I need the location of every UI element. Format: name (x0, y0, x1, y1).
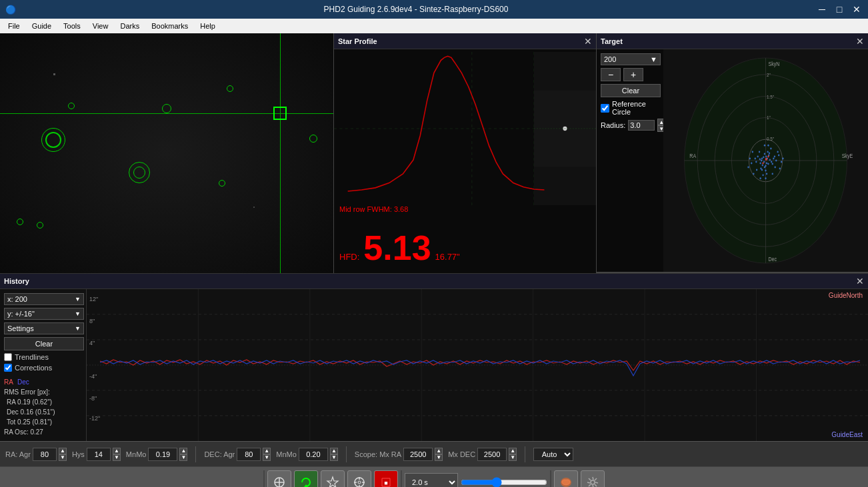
svg-point-38 (759, 159, 761, 161)
corrections-checkbox[interactable] (4, 364, 12, 372)
dec-mnmo-down[interactable]: ▼ (330, 454, 338, 461)
svg-point-47 (761, 169, 763, 171)
mx-dec-input[interactable] (477, 448, 507, 461)
target-minus-button[interactable]: − (601, 68, 621, 81)
x-scale-select[interactable]: x: 200 ▼ (4, 293, 84, 305)
star-find-button[interactable] (321, 470, 345, 488)
menu-tools[interactable]: Tools (58, 21, 86, 31)
svg-point-57 (751, 162, 752, 164)
camera-view[interactable] (0, 33, 333, 273)
trendlines-checkbox[interactable] (4, 353, 12, 361)
history-clear-button[interactable]: Clear (4, 337, 84, 350)
stop-button[interactable]: ■ (374, 470, 398, 488)
ra-agr-up[interactable]: ▲ (59, 448, 67, 454)
dec-indicator: Dec (17, 377, 29, 387)
svg-point-39 (771, 161, 772, 163)
ra-mnmo-up[interactable]: ▲ (179, 448, 187, 454)
mx-dec-up[interactable]: ▲ (509, 448, 517, 454)
menu-file[interactable]: File (3, 21, 25, 31)
minimize-button[interactable]: ─ (816, 3, 828, 15)
dec-mnmo-up[interactable]: ▲ (330, 448, 338, 454)
loop-button[interactable] (294, 470, 318, 488)
history-section: History ✕ x: 200 ▼ y: +/-16" ▼ Settings … (0, 273, 868, 487)
target-title: Target (601, 37, 623, 45)
crosshair-vertical (280, 33, 281, 273)
hfd-label: HFD: (339, 252, 359, 262)
svg-text:-8": -8" (89, 395, 97, 402)
mx-ra-input[interactable] (403, 448, 433, 461)
svg-point-59 (767, 145, 769, 147)
mx-dec-label: Mx DEC (448, 450, 475, 458)
corrections-row: Corrections (4, 364, 82, 372)
ra-mnmo-input[interactable] (148, 448, 177, 461)
ref-circle-checkbox[interactable] (601, 104, 609, 113)
menu-darks[interactable]: Darks (115, 21, 145, 31)
menu-view[interactable]: View (87, 21, 114, 31)
ra-agr-input[interactable] (33, 448, 57, 461)
auto-select[interactable]: Auto North South (533, 448, 573, 461)
guide-button[interactable] (347, 470, 371, 488)
separator-2 (346, 446, 347, 462)
svg-point-72 (753, 173, 754, 175)
mx-ra-spinner: ▲ ▼ (435, 448, 443, 461)
close-button[interactable]: ✕ (851, 3, 863, 15)
hfd-value: 5.13 (363, 231, 431, 265)
hys-group: Hys ▲ ▼ (72, 448, 121, 461)
target-plus-button[interactable]: + (623, 68, 643, 81)
ra-agr-label: RA: Agr (5, 450, 31, 458)
star-1-outer (45, 132, 61, 148)
svg-point-75 (762, 162, 763, 164)
hys-down[interactable]: ▼ (113, 454, 121, 461)
hys-up[interactable]: ▲ (113, 448, 121, 454)
menu-guide[interactable]: Guide (27, 21, 57, 31)
dec-agr-input[interactable] (237, 448, 261, 461)
ref-circle-row: Reference Circle (601, 100, 659, 116)
svg-point-101 (358, 481, 361, 484)
star-2 (162, 104, 171, 113)
history-chart: GuideNorth GuideEast (87, 289, 868, 441)
separator-3 (525, 446, 525, 462)
settings-select[interactable]: Settings ▼ (4, 322, 84, 334)
dec-agr-up[interactable]: ▲ (263, 448, 271, 454)
hys-input[interactable] (87, 448, 111, 461)
radius-row: Radius: ▲ ▼ (601, 119, 659, 132)
svg-text:-4": -4" (89, 373, 97, 380)
settings-button[interactable] (581, 470, 605, 488)
mx-dec-down[interactable]: ▼ (509, 454, 517, 461)
dec-mnmo-input[interactable] (299, 448, 328, 461)
target-clear-button[interactable]: Clear (601, 84, 661, 97)
svg-text:■: ■ (384, 480, 387, 486)
radius-input[interactable] (628, 120, 655, 131)
history-close[interactable]: ✕ (856, 276, 864, 286)
y-scale-select[interactable]: y: +/-16" ▼ (4, 308, 84, 320)
star-profile-close[interactable]: ✕ (584, 36, 592, 47)
svg-text:-12": -12" (89, 415, 100, 422)
svg-point-36 (763, 157, 764, 159)
target-close[interactable]: ✕ (856, 36, 864, 47)
rms-label: RMS Error [px]: (4, 387, 82, 397)
svg-point-27 (767, 163, 769, 165)
menu-bar: File Guide Tools View Darks Bookmarks He… (0, 19, 868, 33)
ra-mnmo-down[interactable]: ▼ (179, 454, 187, 461)
pointer-tool-button[interactable] (267, 470, 291, 488)
svg-point-41 (767, 151, 768, 153)
history-body: x: 200 ▼ y: +/-16" ▼ Settings ▼ Clear Tr… (0, 289, 868, 441)
ref-circle-label: Reference Circle (612, 100, 659, 116)
dec-agr-down[interactable]: ▼ (263, 454, 271, 461)
svg-point-26 (765, 156, 767, 158)
svg-text:12": 12" (89, 296, 98, 302)
menu-help[interactable]: Help (195, 21, 221, 31)
ra-agr-down[interactable]: ▼ (59, 454, 67, 461)
mx-ra-down[interactable]: ▼ (435, 454, 443, 461)
target-scale-select[interactable]: 200 ▼ (601, 53, 661, 65)
app-title: PHD2 Guiding 2.6.9dev4 - Sintez-Raspberr… (16, 5, 816, 14)
maximize-button[interactable]: □ (833, 3, 845, 15)
menu-bookmarks[interactable]: Bookmarks (146, 21, 193, 31)
exposure-slider[interactable] (461, 473, 547, 488)
exposure-select[interactable]: 0.5 s 1.0 s 2.0 s 3.0 s 5.0 s (405, 473, 458, 488)
mx-ra-up[interactable]: ▲ (435, 448, 443, 454)
star-profile-content: Peak 77 (334, 49, 596, 273)
svg-point-46 (769, 153, 770, 155)
svg-point-58 (778, 155, 779, 157)
brain-button[interactable] (554, 470, 578, 488)
